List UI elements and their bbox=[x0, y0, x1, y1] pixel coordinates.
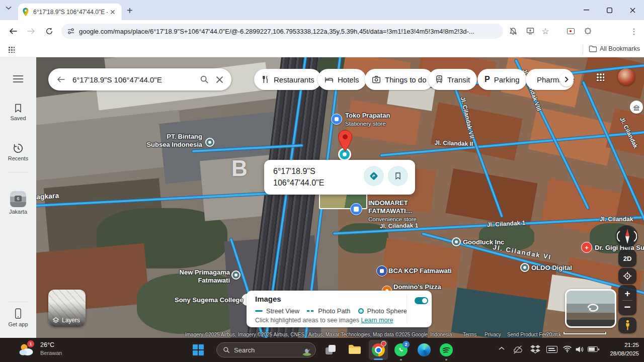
address-bar[interactable]: google.com/maps/place/6°17'18.9"S+106°47… bbox=[61, 24, 503, 39]
images-panel: Images Street View Photo Path Photo Sphe… bbox=[247, 291, 432, 327]
directions-button[interactable] bbox=[364, 166, 384, 186]
tab-search-chevron-icon[interactable] bbox=[5, 6, 12, 10]
shop-marker-icon[interactable] bbox=[331, 114, 342, 125]
save-button[interactable] bbox=[388, 166, 408, 186]
search-query-text[interactable]: 6°17'18.9"S 106°47'44.0"E bbox=[72, 75, 193, 84]
sidebar-item-jakarta[interactable]: 6 Jakarta bbox=[0, 191, 36, 215]
compass-control[interactable] bbox=[616, 225, 638, 247]
map-label-pt-bintang[interactable]: PT. Bintang Subsea Indonesia bbox=[142, 133, 202, 149]
search-icon bbox=[223, 346, 230, 353]
dropped-pin-icon[interactable] bbox=[337, 130, 353, 152]
photo-sphere-avatar-marker[interactable] bbox=[618, 68, 635, 85]
maps-search-box[interactable]: 6°17'18.9"S 106°47'44.0"E bbox=[48, 68, 231, 90]
poi-dot-marker-icon[interactable] bbox=[205, 138, 214, 147]
tab-capture-icon[interactable] bbox=[565, 25, 577, 37]
search-clear-icon[interactable] bbox=[216, 76, 223, 83]
chips-scroll-right-button[interactable] bbox=[559, 72, 574, 86]
bank-marker-icon[interactable] bbox=[376, 265, 387, 277]
chip-things-to-do[interactable]: Things to do bbox=[365, 69, 434, 90]
doctor-marker-icon[interactable]: + bbox=[581, 242, 592, 253]
forward-icon[interactable] bbox=[25, 25, 37, 37]
map-label-primagama[interactable]: New Primagama Fatmawati bbox=[175, 268, 230, 285]
map-label-bca[interactable]: BCA KCP Fatmawati bbox=[388, 267, 452, 275]
pegman-button[interactable] bbox=[618, 317, 636, 333]
learn-more-link[interactable]: Learn more bbox=[361, 317, 393, 324]
file-explorer-button[interactable] bbox=[348, 344, 361, 355]
edge-taskbar-button[interactable] bbox=[418, 343, 431, 356]
place-card-coordinate-line1: 6°17'18.9"S bbox=[273, 165, 324, 177]
tray-expand-chevron-icon[interactable] bbox=[498, 346, 505, 350]
back-icon[interactable] bbox=[7, 25, 19, 37]
extensions-puzzle-icon[interactable] bbox=[582, 25, 594, 37]
weather-widget[interactable]: 1 bbox=[18, 342, 34, 356]
weather-condition[interactable]: Berawan bbox=[40, 349, 62, 357]
attribution-country[interactable]: Indonesia bbox=[430, 332, 452, 337]
window-maximize-button[interactable] bbox=[598, 0, 621, 20]
onedrive-paused-icon[interactable] bbox=[512, 344, 523, 354]
poi-dot-marker-icon[interactable] bbox=[231, 270, 240, 280]
site-settings-icon[interactable] bbox=[67, 28, 74, 35]
touch-keyboard-icon[interactable] bbox=[546, 346, 557, 353]
street-view-preview[interactable] bbox=[565, 289, 616, 328]
weather-temp[interactable]: 26°C bbox=[40, 341, 54, 349]
start-button[interactable] bbox=[193, 344, 204, 355]
window-close-button[interactable] bbox=[621, 0, 644, 20]
chip-restaurants[interactable]: Restaurants bbox=[254, 69, 321, 90]
dropbox-icon[interactable] bbox=[530, 345, 540, 354]
layers-button[interactable]: Layers bbox=[48, 290, 86, 327]
spotify-taskbar-button[interactable] bbox=[440, 343, 453, 356]
map-grid-dots-icon[interactable] bbox=[596, 73, 604, 81]
place-card[interactable]: 6°17'18.9"S 106°47'44.0"E bbox=[264, 160, 415, 195]
chip-transit[interactable]: Transit bbox=[428, 69, 477, 90]
map-label-goodluck[interactable]: Goodluck Inc bbox=[463, 238, 504, 246]
whatsapp-taskbar-button[interactable]: 2 bbox=[394, 343, 408, 356]
terms-link[interactable]: Terms bbox=[463, 332, 476, 337]
tab-close-icon[interactable]: ✕ bbox=[110, 9, 116, 16]
battery-icon[interactable] bbox=[588, 346, 598, 352]
map-label-oldo[interactable]: OLDO Digital bbox=[531, 264, 572, 272]
all-bookmarks-button[interactable]: All Bookmarks bbox=[589, 45, 640, 52]
scale-bar bbox=[564, 332, 606, 334]
shop-marker-icon[interactable] bbox=[350, 203, 362, 215]
chrome-taskbar-button[interactable] bbox=[369, 340, 388, 360]
running-indicator bbox=[445, 359, 447, 360]
map-label-dr-gigi[interactable]: Dr. Gigi Hera Sut bbox=[595, 244, 644, 252]
privacy-link[interactable]: Privacy bbox=[485, 332, 501, 337]
map-canvas[interactable]: B Jl. Cilandak II Jl. Cilandak VII Jl. C… bbox=[36, 57, 644, 338]
map-label-toko-prapatan[interactable]: Toko Prapatan Stationery store bbox=[345, 112, 390, 128]
poi-dot-marker-icon[interactable] bbox=[520, 263, 529, 272]
reload-icon[interactable] bbox=[43, 25, 55, 37]
search-back-icon[interactable] bbox=[56, 75, 65, 83]
new-tab-icon[interactable]: + bbox=[127, 5, 133, 17]
wifi-icon[interactable] bbox=[562, 345, 572, 353]
notifications-blocked-icon[interactable] bbox=[507, 25, 519, 37]
apps-grid-icon[interactable] bbox=[8, 46, 15, 53]
browser-tab[interactable]: 6°17'18.9"S 106°47'44.0"E - Go ✕ bbox=[18, 4, 122, 20]
task-view-button[interactable] bbox=[325, 344, 336, 355]
building-marker-icon[interactable] bbox=[630, 101, 643, 114]
zoom-out-icon[interactable]: − bbox=[624, 301, 631, 314]
my-location-button[interactable] bbox=[618, 268, 636, 284]
sidebar-item-saved[interactable]: Saved bbox=[0, 103, 36, 121]
chip-parking[interactable]: P Parking bbox=[477, 69, 527, 90]
taskbar-clock[interactable]: 21:25 28/08/2025 bbox=[610, 341, 639, 358]
2d-toggle-button[interactable]: 2D bbox=[618, 250, 636, 267]
volume-icon[interactable] bbox=[575, 345, 585, 354]
map-label-dominos[interactable]: Domino's Pizza bbox=[393, 283, 441, 291]
map-label-indomaret[interactable]: INDOMARET FATMAWATI… Convenience store bbox=[368, 199, 421, 223]
images-toggle[interactable] bbox=[415, 297, 428, 304]
sidebar-item-get-app[interactable]: Get app bbox=[0, 308, 36, 327]
taskbar-search-box[interactable]: Search bbox=[216, 342, 316, 357]
search-icon[interactable] bbox=[200, 75, 209, 84]
map-label-sony-sugema[interactable]: Sony Sugema College bbox=[175, 296, 244, 304]
screen: 6°17'18.9"S 106°47'44.0"E - Go ✕ + googl… bbox=[0, 0, 644, 362]
bookmark-star-icon[interactable]: ☆ bbox=[539, 25, 551, 37]
window-minimize-button[interactable] bbox=[575, 0, 598, 20]
sidebar-item-recents[interactable]: Recents bbox=[0, 143, 36, 161]
kebab-menu-icon[interactable]: ⋮ bbox=[628, 25, 640, 37]
install-app-icon[interactable] bbox=[524, 25, 536, 37]
zoom-in-icon[interactable]: + bbox=[624, 287, 630, 300]
chip-hotels[interactable]: Hotels bbox=[317, 69, 366, 90]
poi-dot-marker-icon[interactable] bbox=[452, 237, 461, 246]
menu-hamburger-icon[interactable] bbox=[13, 75, 23, 76]
